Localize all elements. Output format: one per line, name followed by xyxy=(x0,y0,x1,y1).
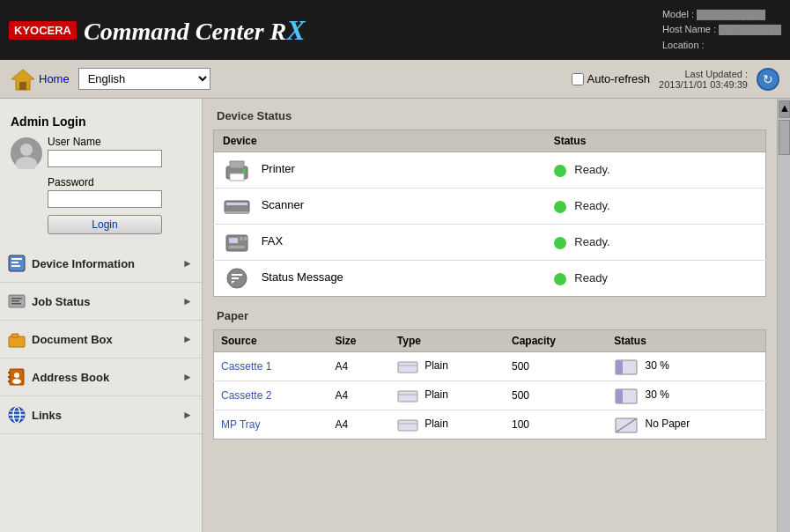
scroll-up-button[interactable]: ▲ xyxy=(779,100,790,118)
cassette1-size: A4 xyxy=(328,352,389,381)
links-label: Links xyxy=(32,409,62,422)
fax-status-dot xyxy=(554,237,566,249)
fax-icon xyxy=(223,230,251,255)
username-input[interactable] xyxy=(48,150,162,167)
cassette2-capacity: 500 xyxy=(505,381,607,410)
svg-point-29 xyxy=(242,169,246,173)
device-status-table: Device Status Printer xyxy=(213,129,766,297)
svg-rect-11 xyxy=(11,300,19,302)
sidebar-item-document-box[interactable]: Document Box ► xyxy=(0,321,202,358)
job-status-label: Job Status xyxy=(32,295,90,308)
admin-avatar-area: User Name xyxy=(11,136,191,171)
device-status-title: Device Status xyxy=(213,107,766,124)
admin-login-title: Admin Login xyxy=(11,115,191,129)
scroll-thumb[interactable] xyxy=(779,120,790,155)
svg-rect-7 xyxy=(11,262,18,263)
svg-rect-14 xyxy=(11,334,18,337)
toolbar: Home English Japanese German French Auto… xyxy=(0,60,790,99)
printer-status-dot xyxy=(554,165,566,177)
language-select[interactable]: English Japanese German French xyxy=(78,68,210,90)
cassette1-source: Cassette 1 xyxy=(214,352,329,381)
paper-section-title: Paper xyxy=(213,307,766,324)
col-type: Type xyxy=(390,330,505,352)
svg-rect-6 xyxy=(11,258,22,260)
device-information-arrow: ► xyxy=(182,257,193,270)
svg-rect-34 xyxy=(229,238,238,243)
links-icon xyxy=(7,405,26,425)
paper-tray-icon xyxy=(397,358,418,374)
address-book-arrow: ► xyxy=(182,371,193,383)
fax-status: Ready. xyxy=(574,235,609,248)
home-button[interactable]: Home xyxy=(11,68,70,91)
sidebar-item-address-book[interactable]: Address Book ► xyxy=(0,358,202,396)
printer-icon xyxy=(223,158,251,182)
password-input[interactable] xyxy=(48,190,162,208)
table-row: MP Tray A4 Plain 100 xyxy=(214,410,766,440)
svg-point-3 xyxy=(20,144,33,156)
mp-tray-capacity: 100 xyxy=(505,410,607,440)
mp-tray-status-icon xyxy=(614,415,639,434)
sidebar-item-links[interactable]: Links ► xyxy=(0,396,202,434)
cassette1-status: 30 % xyxy=(645,359,668,372)
password-label: Password xyxy=(48,176,191,188)
app-title: Command Center RX xyxy=(84,14,306,47)
document-box-arrow: ► xyxy=(182,333,193,345)
username-label: User Name xyxy=(48,136,162,148)
status-message-label: Status Message xyxy=(262,270,343,284)
svg-rect-13 xyxy=(9,336,25,347)
login-button[interactable]: Login xyxy=(48,215,162,234)
sidebar: Admin Login User Name Password Login xyxy=(0,99,203,532)
kyocera-logo: KYOCERA xyxy=(9,21,77,40)
col-device: Device xyxy=(214,130,545,152)
mp-tray-type: Plain xyxy=(425,417,448,430)
svg-rect-19 xyxy=(8,376,11,378)
header-logo-area: KYOCERA Command Center RX xyxy=(9,14,306,47)
scanner-label: Scanner xyxy=(262,198,304,211)
col-capacity: Capacity xyxy=(505,330,607,352)
table-row: Cassette 1 A4 Plain 500 xyxy=(214,352,766,381)
svg-point-17 xyxy=(12,379,21,384)
admin-login-panel: Admin Login User Name Password Login xyxy=(0,106,202,245)
links-arrow: ► xyxy=(182,409,193,421)
refresh-button[interactable]: ↻ xyxy=(757,68,779,91)
scanner-icon xyxy=(223,194,251,218)
svg-rect-50 xyxy=(398,420,417,431)
col-status: Status xyxy=(545,130,766,152)
svg-rect-8 xyxy=(11,265,20,267)
fax-label: FAX xyxy=(262,234,284,248)
scrollbar[interactable]: ▲ xyxy=(777,99,790,532)
document-box-icon xyxy=(7,329,26,349)
status-message-icon xyxy=(223,266,251,291)
auto-refresh-checkbox[interactable] xyxy=(572,73,584,85)
table-row: Cassette 2 A4 Plain 500 xyxy=(214,381,766,410)
home-icon xyxy=(11,68,35,91)
cassette2-status: 30 % xyxy=(645,388,668,401)
svg-rect-39 xyxy=(232,274,242,276)
sidebar-item-device-information[interactable]: Device Information ► xyxy=(0,245,202,283)
svg-rect-28 xyxy=(230,174,244,181)
mp-tray-size: A4 xyxy=(328,410,389,440)
avatar xyxy=(11,137,42,169)
status-message-dot xyxy=(554,273,566,285)
cassette2-source: Cassette 2 xyxy=(214,381,329,410)
sidebar-item-job-status[interactable]: Job Status ► xyxy=(0,283,202,321)
printer-label: Printer xyxy=(262,162,295,175)
cassette2-status-icon xyxy=(614,386,639,405)
svg-point-16 xyxy=(14,373,19,378)
scanner-status: Ready. xyxy=(574,199,609,212)
svg-rect-32 xyxy=(225,211,249,214)
header: KYOCERA Command Center RX Model : ██████… xyxy=(0,0,790,60)
scanner-status-dot xyxy=(554,201,566,213)
content-area: Device Status Device Status xyxy=(203,99,777,532)
printer-status: Ready. xyxy=(574,163,609,176)
svg-rect-49 xyxy=(616,389,623,403)
device-information-label: Device Information xyxy=(32,257,135,270)
main-layout: Admin Login User Name Password Login xyxy=(0,99,790,532)
mp-tray-status: No Paper xyxy=(645,417,690,430)
cassette1-capacity: 500 xyxy=(505,352,607,381)
table-row: Status Message Ready xyxy=(214,261,766,297)
svg-rect-1 xyxy=(19,82,26,90)
address-book-icon xyxy=(7,367,26,387)
svg-rect-31 xyxy=(226,203,247,205)
device-info-header: Model : ███████████ Host Name : ████████… xyxy=(662,7,781,54)
